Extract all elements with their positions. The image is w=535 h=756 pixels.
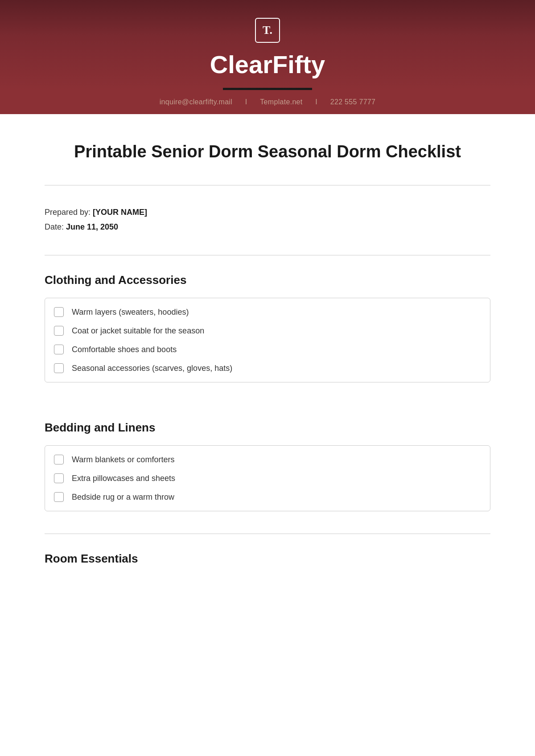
section-heading-bedding: Bedding and Linens <box>45 421 490 435</box>
date-label: Date: <box>45 222 64 231</box>
checkbox[interactable] <box>54 326 64 336</box>
item-label: Seasonal accessories (scarves, gloves, h… <box>72 364 232 373</box>
divider-1 <box>45 185 490 185</box>
date-value: June 11, 2050 <box>66 222 118 231</box>
divider-2 <box>45 255 490 255</box>
checklist-clothing: Warm layers (sweaters, hoodies) Coat or … <box>45 298 490 382</box>
brand-name: ClearFifty <box>0 50 535 79</box>
date-row: Date: June 11, 2050 <box>45 222 490 232</box>
section-heading-room: Room Essentials <box>45 552 490 566</box>
list-item: Extra pillowcases and sheets <box>45 469 490 488</box>
prepared-by-row: Prepared by: [YOUR NAME] <box>45 208 490 217</box>
contact-bar: inquire@clearfifty.mail I Template.net I… <box>0 90 535 114</box>
page-header: T. ClearFifty <box>0 0 535 90</box>
main-content: Printable Senior Dorm Seasonal Dorm Chec… <box>0 114 535 603</box>
checkbox[interactable] <box>54 492 64 502</box>
list-item: Warm layers (sweaters, hoodies) <box>45 303 490 321</box>
meta-section: Prepared by: [YOUR NAME] Date: June 11, … <box>45 199 490 242</box>
header-divider <box>223 88 312 90</box>
separator-1: I <box>245 98 247 106</box>
item-label: Extra pillowcases and sheets <box>72 474 175 483</box>
prepared-by-value: [YOUR NAME] <box>93 208 147 217</box>
contact-phone: 222 555 7777 <box>330 98 375 106</box>
item-label: Warm layers (sweaters, hoodies) <box>72 308 189 317</box>
checklist-bedding: Warm blankets or comforters Extra pillow… <box>45 445 490 511</box>
item-label: Warm blankets or comforters <box>72 455 174 464</box>
checkbox[interactable] <box>54 307 64 317</box>
prepared-by-label: Prepared by: <box>45 208 91 217</box>
section-heading-clothing: Clothing and Accessories <box>45 273 490 287</box>
separator-2: I <box>315 98 317 106</box>
checkbox[interactable] <box>54 455 64 464</box>
logo-letter: T. <box>263 24 272 37</box>
contact-website: Template.net <box>260 98 302 106</box>
checkbox[interactable] <box>54 473 64 483</box>
list-item: Seasonal accessories (scarves, gloves, h… <box>45 359 490 378</box>
checkbox[interactable] <box>54 363 64 373</box>
item-label: Coat or jacket suitable for the season <box>72 326 204 336</box>
contact-email: inquire@clearfifty.mail <box>160 98 232 106</box>
document-title: Printable Senior Dorm Seasonal Dorm Chec… <box>45 141 490 163</box>
item-label: Bedside rug or a warm throw <box>72 493 174 502</box>
divider-3 <box>45 534 490 534</box>
list-item: Comfortable shoes and boots <box>45 340 490 359</box>
logo-box: T. <box>255 18 280 43</box>
item-label: Comfortable shoes and boots <box>72 345 177 354</box>
list-item: Warm blankets or comforters <box>45 450 490 469</box>
list-item: Bedside rug or a warm throw <box>45 488 490 506</box>
list-item: Coat or jacket suitable for the season <box>45 321 490 340</box>
checkbox[interactable] <box>54 345 64 354</box>
